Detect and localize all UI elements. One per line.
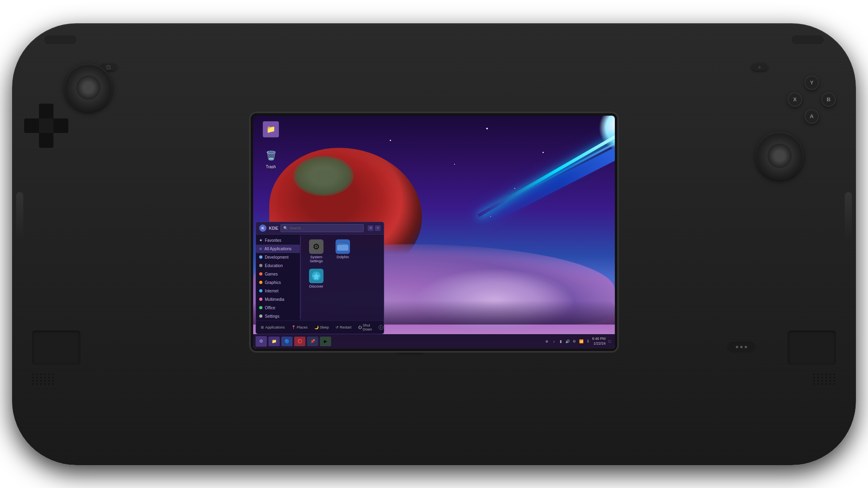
footer-places-btn[interactable]: 📍 Places	[290, 325, 309, 330]
taskbar-app-2[interactable]: 🔵	[281, 337, 293, 346]
abxy-group: Y X A B	[788, 76, 836, 124]
right-grip	[845, 192, 852, 240]
desktop[interactable]: 📁 🗑️ Trash K KDE	[253, 116, 615, 349]
left-joystick[interactable]	[64, 63, 113, 112]
taskbar-app-1[interactable]: 📁	[268, 337, 280, 346]
kde-logo: K	[259, 225, 266, 232]
time-display[interactable]: 6:46 PM 1/22/24	[592, 337, 606, 346]
star5	[542, 152, 544, 153]
right-trackpad[interactable]	[788, 331, 836, 365]
taskbar-right: ⊕ ♪ ▮ 🔊 ⚙ 📶 ⊼ 6:46 PM 1/22/24 □	[544, 337, 612, 346]
svg-rect-1	[338, 243, 343, 245]
footer-shutdown-btn[interactable]: ⏻ Shut Down	[356, 323, 374, 332]
taskbar-app-5[interactable]: ▶	[320, 337, 331, 346]
discover-icon	[311, 271, 321, 281]
tray-network-icon[interactable]: ⊕	[544, 339, 550, 344]
b-button[interactable]: B	[821, 92, 836, 107]
star2	[454, 164, 455, 165]
menu-footer: ⊞ Applications 📍 Places 🌙 Sleep	[256, 321, 384, 334]
right-shoulder-button[interactable]	[792, 35, 824, 44]
right-joystick[interactable]	[755, 132, 804, 180]
star3	[486, 128, 488, 129]
menu-sidebar: ★ Favorites ⊞ All Applications Developme…	[256, 235, 300, 321]
app-system-settings[interactable]: ⚙ System Settings	[304, 238, 328, 265]
left-grip	[16, 192, 23, 240]
footer-applications-btn[interactable]: ⊞ Applications	[259, 325, 287, 330]
speaker-left	[32, 374, 55, 385]
desktop-icon-trash[interactable]: 🗑️ Trash	[259, 148, 283, 169]
footer-info-btn[interactable]: i	[377, 323, 384, 332]
menu-content: ⚙ System Settings	[301, 235, 384, 321]
app-menu: K KDE 🔍 Search... ⚙ ✕	[256, 222, 384, 334]
left-shoulder-button[interactable]	[44, 35, 76, 44]
menu-item-all-applications[interactable]: ⊞ All Applications	[256, 245, 300, 253]
app-grid: ⚙ System Settings	[304, 238, 381, 290]
menu-item-settings[interactable]: Settings	[256, 312, 300, 321]
taskbar-app-3[interactable]: ⭕	[294, 337, 305, 346]
comet-trail3	[482, 138, 615, 225]
app-dolphin[interactable]: Dolphin	[331, 238, 355, 265]
menu-header: K KDE 🔍 Search... ⚙ ✕	[256, 222, 384, 235]
tray-volume-icon[interactable]: 🔊	[565, 339, 570, 344]
svg-rect-2	[337, 245, 348, 251]
menu-item-office[interactable]: Office	[256, 304, 300, 312]
menu-item-internet[interactable]: Internet	[256, 287, 300, 295]
tray-settings-icon[interactable]: ⚙	[571, 339, 577, 344]
menu-item-development[interactable]: Development	[256, 253, 300, 261]
menu-button[interactable]: ≡	[751, 63, 768, 71]
left-trackpad[interactable]	[32, 331, 80, 365]
dot1	[736, 346, 738, 348]
taskbar-kde-button[interactable]: ⚙	[256, 336, 267, 347]
tray-wifi-icon[interactable]: 📶	[578, 339, 584, 344]
menu-close-btn[interactable]: ✕	[375, 225, 381, 231]
star6	[490, 216, 491, 217]
menu-item-graphics[interactable]: Graphics	[256, 278, 300, 287]
tray-notifications-icon[interactable]: □	[607, 339, 612, 344]
app-discover[interactable]: Discover	[304, 267, 328, 290]
speaker-right	[813, 374, 836, 385]
tray-more-icon[interactable]: ⊼	[585, 339, 591, 344]
star4	[514, 188, 515, 189]
menu-config-btn[interactable]: ⚙	[368, 225, 373, 231]
screen: 📁 🗑️ Trash K KDE	[253, 116, 615, 349]
tray-audio-icon[interactable]: ♪	[551, 339, 557, 344]
menu-body: ★ Favorites ⊞ All Applications Developme…	[256, 235, 384, 321]
deck-body: ⊡ ≡ STEAM Y X	[12, 23, 856, 465]
menu-item-games[interactable]: Games	[256, 270, 300, 278]
dot2	[740, 346, 743, 348]
menu-item-education[interactable]: Education	[256, 261, 300, 270]
cloud-foliage	[293, 156, 354, 196]
dpad-center	[39, 118, 53, 133]
tray-battery-icon[interactable]: ▮	[558, 339, 563, 344]
taskbar: ⚙ 📁 🔵 ⭕ 📌 ▶	[253, 334, 615, 349]
footer-sleep-btn[interactable]: 🌙 Sleep	[313, 323, 331, 332]
a-button[interactable]: A	[805, 109, 819, 124]
y-button[interactable]: Y	[805, 76, 819, 90]
dolphin-icon	[337, 241, 348, 252]
dpad[interactable]	[24, 104, 68, 148]
menu-item-favorites[interactable]: ★ Favorites	[256, 236, 300, 245]
menu-item-multimedia[interactable]: Multimedia	[256, 295, 300, 304]
dot3	[745, 346, 747, 348]
steam-deck: ⊡ ≡ STEAM Y X	[0, 0, 868, 488]
taskbar-app-4[interactable]: 📌	[307, 337, 318, 346]
x-button[interactable]: X	[788, 92, 802, 107]
star1	[390, 140, 391, 141]
menu-search[interactable]: 🔍 Search...	[280, 224, 364, 232]
desktop-icon-folder[interactable]: 📁	[259, 121, 283, 138]
kde-label: KDE	[269, 226, 278, 231]
footer-restart-btn[interactable]: ↺ Restart	[334, 323, 353, 332]
three-dots-button[interactable]	[727, 341, 755, 353]
